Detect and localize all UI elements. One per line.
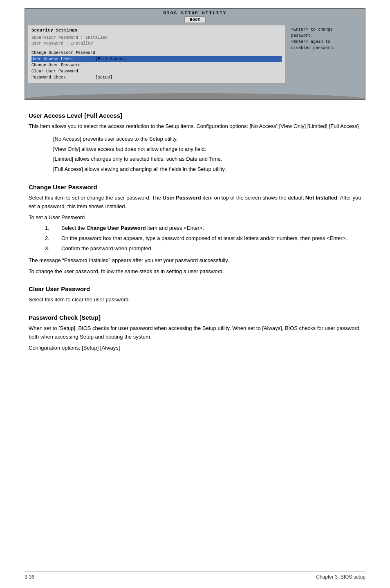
bios-menu-clear-user: Clear User Password [31,68,282,74]
step-2-text: On the password box that appears, type a… [61,234,347,243]
bios-tab-boot: Boot [184,16,206,22]
bios-password-check-value: [Setup] [95,75,112,80]
step-3-num: 3. [45,245,53,253]
bios-bottom-decoration [25,92,365,99]
numbered-list-steps: 1. Select the Change User Password item … [45,224,361,253]
step-3-text: Confirm the password when prompted. [61,245,152,253]
bold-change-user-password: Change User Password [86,225,146,231]
bios-menu-change-user: Change User Password [31,62,282,68]
step-1: 1. Select the Change User Password item … [45,224,361,233]
bios-content-area: Security Settings Supervisor Password : … [25,23,365,92]
step-2-num: 2. [45,234,53,243]
bios-info-row-supervisor: Supervisor Password : Installed [31,35,282,41]
step-1-text: Select the Change User Password item and… [61,224,204,233]
main-content: User Access Level [Full Access] This ite… [25,112,365,352]
footer-chapter: Chapter 3: BIOS setup [316,574,365,580]
bios-menu-user-access: User Access Level [Full Access] [31,56,282,62]
step-1-num: 1. [45,224,53,233]
footer-page-number: 3-36 [25,574,34,580]
heading-user-access-level: User Access Level [Full Access] [29,112,361,119]
bios-left-panel: Security Settings Supervisor Password : … [28,25,285,83]
heading-change-user-password: Change User Password [29,184,361,191]
text-no-access: [No Access] prevents user access to the … [53,135,361,144]
page-footer: 3-36 Chapter 3: BIOS setup [25,571,365,580]
bios-right-panel: <Enter> to changepassword.<Enter> again … [289,25,362,83]
bios-user-access-value: [Full Access] [95,57,127,61]
text-change-user-password-note: To change the user password, follow the … [29,267,361,276]
text-to-set-user-password: To set a User Password [29,213,361,222]
bios-section-title: Security Settings [31,28,282,33]
bios-menu-password-check: Password Check [Setup] [31,74,282,81]
step-2: 2. On the password box that appears, typ… [45,234,361,243]
text-limited: [Limited] allows changes only to selecte… [53,155,361,164]
text-password-check-detail: When set to [Setup], BIOS checks for use… [29,324,361,341]
text-clear-user-password: Select this item to clear the user passw… [29,296,361,304]
bold-user-password: User Password [163,195,201,201]
text-password-installed-message: The message “Password Installed” appears… [29,256,361,265]
bios-screenshot: BIOS SETUP UTILITY Boot Security Setting… [25,8,365,100]
bios-screen: BIOS SETUP UTILITY Boot Security Setting… [25,8,365,100]
text-change-user-password-intro: Select this item to set or change the us… [29,194,361,211]
bios-info-row-user: User Password : Installed [31,41,282,47]
text-password-check-options: Configuration options: [Setup] [Always] [29,344,361,352]
heading-clear-user-password: Clear User Password [29,285,361,292]
step-3: 3. Confirm the password when prompted. [45,245,361,253]
bios-title: BIOS SETUP UTILITY [25,9,365,16]
bios-menu-change-supervisor: Change Supervisor Password [31,50,282,56]
heading-password-check: Password Check [Setup] [29,314,361,321]
text-user-access-level-intro: This item allows you to select the acces… [29,122,361,131]
bold-not-installed: Not Installed [305,195,337,201]
bios-tab-row: Boot [25,16,365,23]
text-full-access: [Full Access] allows viewing and changin… [53,165,361,174]
bios-help-text: <Enter> to changepassword.<Enter> again … [291,27,360,51]
text-view-only: [View Only] allows access but does not a… [53,145,361,154]
